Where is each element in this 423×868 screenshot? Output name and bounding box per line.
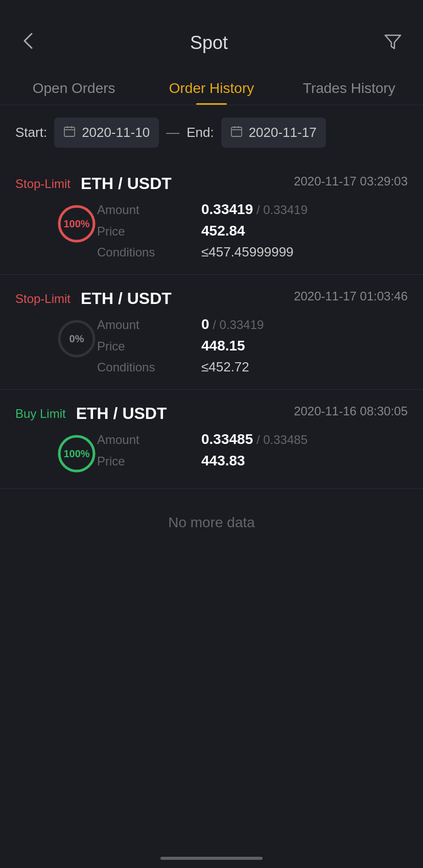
order-details-fields: Amount 0.33485 / 0.33485 Price 443.83 bbox=[97, 431, 408, 474]
order-details: 100% Amount 0.33419 / 0.33419 Price 452.… bbox=[56, 201, 408, 260]
order-item[interactable]: Stop-Limit ETH / USDT 2020-11-17 03:29:0… bbox=[0, 160, 423, 275]
order-details: 100% Amount 0.33485 / 0.33485 Price 443.… bbox=[56, 431, 408, 474]
header: Spot bbox=[0, 0, 423, 70]
start-label: Start: bbox=[15, 125, 47, 140]
price-value: 448.15 bbox=[201, 338, 245, 354]
back-button[interactable] bbox=[15, 26, 40, 60]
order-item[interactable]: Buy Limit ETH / USDT 2020-11-16 08:30:05… bbox=[0, 390, 423, 489]
filter-button[interactable] bbox=[378, 26, 408, 59]
conditions-value: ≤457.45999999 bbox=[201, 244, 294, 260]
order-details-fields: Amount 0 / 0.33419 Price 448.15 Conditio… bbox=[97, 316, 408, 375]
amount-row: Amount 0 / 0.33419 bbox=[97, 316, 408, 333]
price-label: Price bbox=[97, 454, 189, 468]
progress-label: 100% bbox=[63, 218, 89, 230]
svg-marker-0 bbox=[385, 35, 401, 49]
progress-label: 0% bbox=[69, 333, 84, 345]
order-details-fields: Amount 0.33419 / 0.33419 Price 452.84 Co… bbox=[97, 201, 408, 260]
price-row: Price 443.83 bbox=[97, 453, 408, 469]
amount-value: 0.33419 / 0.33419 bbox=[201, 201, 308, 218]
tab-order-history[interactable]: Order History bbox=[143, 70, 280, 105]
tab-bar: Open Orders Order History Trades History bbox=[0, 70, 423, 105]
order-header: Stop-Limit ETH / USDT 2020-11-17 03:29:0… bbox=[15, 174, 408, 193]
conditions-row: Conditions ≤452.72 bbox=[97, 359, 408, 375]
order-item[interactable]: Stop-Limit ETH / USDT 2020-11-17 01:03:4… bbox=[0, 275, 423, 390]
amount-label: Amount bbox=[97, 433, 189, 447]
order-header: Stop-Limit ETH / USDT 2020-11-17 01:03:4… bbox=[15, 289, 408, 308]
svg-rect-5 bbox=[231, 127, 242, 136]
date-range-bar: Start: 2020-11-10 — End: 2020-11-17 bbox=[0, 105, 423, 160]
conditions-label: Conditions bbox=[97, 245, 189, 260]
price-row: Price 452.84 bbox=[97, 223, 408, 239]
order-type-label: Stop-Limit bbox=[15, 177, 70, 191]
date-separator: — bbox=[166, 125, 179, 140]
order-pair: ETH / USDT bbox=[81, 289, 172, 308]
price-label: Price bbox=[97, 339, 189, 354]
amount-row: Amount 0.33419 / 0.33419 bbox=[97, 201, 408, 218]
end-date-value: 2020-11-17 bbox=[249, 125, 317, 140]
order-type-section: Stop-Limit ETH / USDT bbox=[15, 289, 172, 308]
order-pair: ETH / USDT bbox=[81, 174, 172, 193]
conditions-label: Conditions bbox=[97, 360, 189, 374]
order-type-label: Buy Limit bbox=[15, 407, 66, 421]
order-datetime: 2020-11-17 01:03:46 bbox=[294, 289, 408, 303]
tab-trades-history[interactable]: Trades History bbox=[280, 70, 418, 105]
progress-circle: 100% bbox=[56, 203, 97, 244]
price-value: 443.83 bbox=[201, 453, 245, 469]
no-more-data-label: No more data bbox=[0, 489, 423, 556]
amount-label: Amount bbox=[97, 318, 189, 332]
start-date-value: 2020-11-10 bbox=[82, 125, 150, 140]
conditions-value: ≤452.72 bbox=[201, 359, 249, 375]
order-type-label: Stop-Limit bbox=[15, 292, 70, 306]
order-type-section: Buy Limit ETH / USDT bbox=[15, 404, 167, 423]
conditions-row: Conditions ≤457.45999999 bbox=[97, 244, 408, 260]
calendar-icon-end bbox=[230, 125, 243, 140]
price-row: Price 448.15 bbox=[97, 338, 408, 354]
tab-open-orders[interactable]: Open Orders bbox=[5, 70, 143, 105]
order-list: Stop-Limit ETH / USDT 2020-11-17 03:29:0… bbox=[0, 160, 423, 489]
amount-value: 0.33485 / 0.33485 bbox=[201, 431, 308, 448]
start-date-picker[interactable]: 2020-11-10 bbox=[54, 118, 159, 148]
svg-rect-1 bbox=[64, 127, 75, 136]
order-type-section: Stop-Limit ETH / USDT bbox=[15, 174, 172, 193]
home-indicator bbox=[160, 857, 263, 860]
price-label: Price bbox=[97, 224, 189, 239]
amount-row: Amount 0.33485 / 0.33485 bbox=[97, 431, 408, 448]
order-pair: ETH / USDT bbox=[76, 404, 167, 423]
order-header: Buy Limit ETH / USDT 2020-11-16 08:30:05 bbox=[15, 404, 408, 423]
price-value: 452.84 bbox=[201, 223, 245, 239]
progress-circle: 100% bbox=[56, 433, 97, 474]
progress-circle: 0% bbox=[56, 318, 97, 359]
order-details: 0% Amount 0 / 0.33419 Price 448.15 Condi… bbox=[56, 316, 408, 375]
progress-label: 100% bbox=[63, 448, 89, 460]
order-datetime: 2020-11-17 03:29:03 bbox=[294, 174, 408, 189]
amount-value: 0 / 0.33419 bbox=[201, 316, 264, 333]
page-title: Spot bbox=[190, 32, 228, 54]
order-datetime: 2020-11-16 08:30:05 bbox=[294, 404, 408, 418]
end-date-picker[interactable]: 2020-11-17 bbox=[221, 118, 326, 148]
amount-label: Amount bbox=[97, 203, 189, 217]
end-label: End: bbox=[186, 125, 214, 140]
calendar-icon-start bbox=[63, 125, 76, 140]
